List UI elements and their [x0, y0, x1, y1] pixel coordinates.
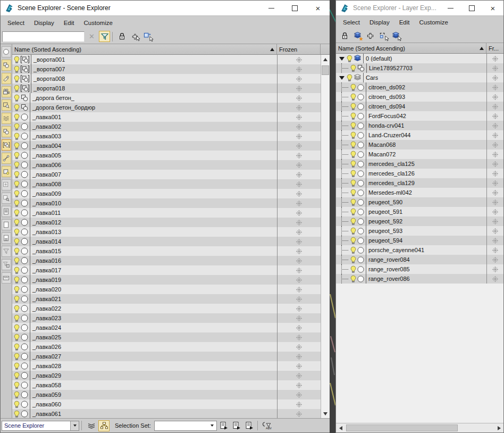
visibility-bulb-icon[interactable]	[350, 141, 357, 149]
display-helpers-button[interactable]	[2, 99, 11, 111]
menu-customize[interactable]: Customize	[79, 18, 117, 28]
frozen-cell[interactable]	[486, 236, 503, 245]
visibility-bulb-icon[interactable]	[13, 228, 20, 236]
visibility-bulb-icon[interactable]	[350, 198, 357, 206]
frozen-cell[interactable]	[486, 207, 503, 216]
frozen-cell[interactable]	[486, 255, 503, 264]
expand-arrow-icon[interactable]	[339, 57, 345, 61]
visibility-bulb-icon[interactable]	[350, 237, 357, 245]
visibility-bulb-icon[interactable]	[13, 401, 20, 409]
frozen-cell[interactable]	[486, 54, 503, 63]
table-row[interactable]: _лавка058	[12, 380, 321, 390]
table-row[interactable]: _лавка027	[12, 352, 321, 361]
visibility-bulb-icon[interactable]	[13, 219, 20, 227]
display-containers-button[interactable]	[2, 166, 11, 177]
visibility-bulb-icon[interactable]	[13, 85, 20, 93]
select-children-button[interactable]	[142, 31, 153, 42]
menu-edit[interactable]: Edit	[394, 18, 415, 27]
display-bones-button[interactable]	[2, 153, 11, 164]
view-list-button[interactable]	[2, 206, 11, 217]
table-row[interactable]: _лавка059	[12, 390, 321, 399]
scroll-up-button[interactable]	[321, 55, 330, 64]
frozen-cell[interactable]	[277, 380, 321, 390]
frozen-cell[interactable]	[277, 227, 321, 237]
save-selection-set-button[interactable]	[219, 420, 230, 431]
menu-display[interactable]: Display	[29, 18, 59, 28]
frozen-cell[interactable]	[277, 275, 321, 285]
maximize-button[interactable]	[461, 1, 482, 15]
table-row[interactable]: _лавка010	[12, 198, 321, 208]
table-row[interactable]: _ворота001	[12, 55, 321, 64]
selection-set-combo[interactable]	[154, 421, 217, 431]
tree-row[interactable]: citroen_ds094	[336, 102, 503, 111]
visibility-bulb-icon[interactable]	[13, 104, 20, 112]
frozen-cell[interactable]	[277, 170, 321, 179]
filter-toggle-button[interactable]	[99, 31, 110, 42]
table-row[interactable]: _лавка020	[12, 285, 321, 294]
frozen-cell[interactable]	[277, 122, 321, 131]
display-frozen-button[interactable]	[2, 179, 11, 190]
table-row[interactable]: _ворота008	[12, 74, 321, 84]
visibility-bulb-icon[interactable]	[13, 295, 20, 303]
minimize-button[interactable]	[259, 1, 283, 15]
table-row[interactable]: _лавка012	[12, 218, 321, 227]
visibility-bulb-icon[interactable]	[13, 123, 20, 131]
table-row[interactable]: _лавка007	[12, 170, 321, 179]
table-row[interactable]: _лавка004	[12, 141, 321, 151]
table-row[interactable]: _лавка061	[12, 409, 321, 419]
visibility-bulb-icon[interactable]	[13, 362, 20, 370]
frozen-cell[interactable]	[277, 342, 321, 352]
frozen-cell[interactable]	[277, 208, 321, 218]
frozen-cell[interactable]	[486, 216, 503, 226]
close-button[interactable]: ×	[482, 1, 503, 15]
frozen-cell[interactable]	[277, 332, 321, 342]
frozen-cell[interactable]	[277, 361, 321, 371]
visibility-bulb-icon[interactable]	[350, 112, 357, 120]
frozen-cell[interactable]	[486, 102, 503, 111]
table-row[interactable]: _лавка015	[12, 246, 321, 256]
vertical-scrollbar[interactable]	[321, 55, 330, 418]
menu-select[interactable]: Select	[3, 18, 29, 28]
frozen-cell[interactable]	[277, 189, 321, 198]
frozen-cell[interactable]	[277, 265, 321, 275]
search-input[interactable]	[2, 31, 85, 42]
titlebar[interactable]: Scene Explorer - Layer Exp... ×	[336, 1, 503, 16]
frozen-cell[interactable]	[486, 130, 503, 140]
visibility-bulb-icon[interactable]	[350, 246, 357, 254]
table-row[interactable]: _лавка060	[12, 399, 321, 409]
display-shapes-button[interactable]	[2, 60, 11, 71]
frozen-cell[interactable]	[277, 371, 321, 380]
tree-row[interactable]: range_rover086	[336, 274, 503, 284]
display-groups-button[interactable]	[2, 126, 11, 137]
edit-selection-set-button[interactable]	[244, 420, 255, 431]
frozen-cell[interactable]	[277, 198, 321, 208]
visibility-bulb-icon[interactable]	[13, 132, 20, 140]
visibility-bulb-icon[interactable]	[13, 381, 20, 389]
visibility-bulb-icon[interactable]	[13, 199, 20, 207]
add-to-layer-button[interactable]	[365, 30, 376, 41]
visibility-bulb-icon[interactable]	[13, 353, 20, 361]
tree-row[interactable]: citroen_ds092	[336, 82, 503, 92]
visibility-bulb-icon[interactable]	[350, 218, 357, 226]
frozen-cell[interactable]	[486, 188, 503, 197]
display-cameras-button[interactable]	[2, 86, 11, 97]
filter-button[interactable]	[2, 246, 11, 257]
table-row[interactable]: _лавка014	[12, 237, 321, 246]
table-row[interactable]: _ворота007	[12, 64, 321, 74]
find-case-button[interactable]	[262, 420, 273, 431]
menu-display[interactable]: Display	[365, 18, 394, 27]
clear-search-button[interactable]: ✕	[86, 31, 97, 42]
visibility-bulb-icon[interactable]	[13, 343, 20, 351]
frozen-cell[interactable]	[277, 64, 321, 74]
tree-row[interactable]: Mersedes-ml042	[336, 188, 503, 197]
maximize-button[interactable]	[283, 1, 306, 15]
tree-row[interactable]: honda-crv041	[336, 121, 503, 130]
visibility-bulb-icon[interactable]	[350, 93, 357, 101]
frozen-cell[interactable]	[486, 149, 503, 159]
table-row[interactable]: _лавка025	[12, 332, 321, 342]
sort-by-layer-button[interactable]	[86, 420, 97, 431]
table-row[interactable]: _лавка016	[12, 256, 321, 265]
display-xrefs-button[interactable]	[2, 139, 11, 151]
table-row[interactable]: _лавка006	[12, 160, 321, 170]
visibility-bulb-icon[interactable]	[13, 238, 20, 246]
